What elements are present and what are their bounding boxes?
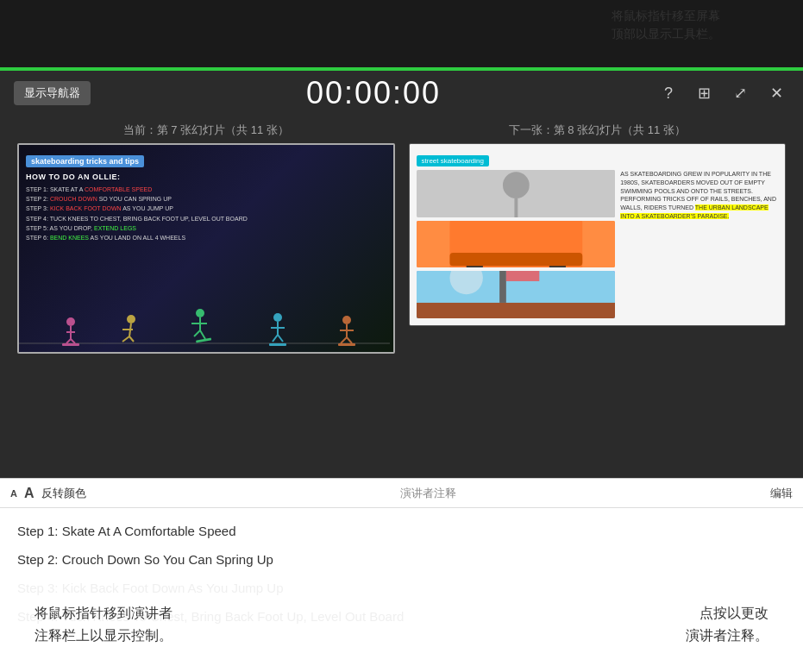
note-item-2: Step 2: Crouch Down So You Can Spring Up — [17, 545, 786, 574]
step-4: STEP 4: TUCK KNEES TO CHEST, BRING BACK … — [26, 214, 386, 223]
notes-toolbar: A A 反转颜色 演讲者注释 编辑 — [0, 479, 803, 508]
svg-rect-38 — [449, 253, 582, 266]
help-icon: ? — [664, 85, 673, 103]
current-slide-container[interactable]: skateboarding tricks and tips HOW TO DO … — [17, 143, 395, 354]
svg-rect-42 — [499, 271, 506, 303]
top-right-icons: ? ⊞ ⤢ ✕ — [656, 81, 789, 105]
progress-bar — [0, 67, 803, 71]
help-button[interactable]: ? — [656, 81, 681, 105]
current-slide-section: 当前：第 7 张幻灯片（共 11 张） skateboarding tricks… — [17, 122, 395, 354]
notes-center-label: 演讲者注释 — [400, 486, 456, 501]
step-3: STEP 3: KICK BACK FOOT DOWN AS YOU JUMP … — [26, 204, 386, 213]
svg-point-7 — [127, 315, 135, 323]
current-slide-title: HOW TO DO AN OLLIE: — [26, 173, 386, 181]
next-slide-content: AS SKATEBOARDING GREW IN POPULARITY IN T… — [417, 170, 779, 318]
current-slide-tag: skateboarding tricks and tips — [26, 155, 144, 167]
svg-rect-40 — [417, 303, 616, 318]
svg-rect-6 — [62, 343, 79, 346]
svg-rect-23 — [269, 343, 286, 346]
notes-toolbar-left: A A 反转颜色 — [10, 486, 86, 501]
current-slide-steps: STEP 1: SKATE AT A COMFORTABLE SPEED STE… — [26, 185, 386, 242]
notes-edit-btn[interactable]: 编辑 — [770, 486, 793, 501]
svg-line-4 — [66, 339, 71, 343]
step-5: STEP 5: AS YOU DROP, EXTEND LEGS — [26, 223, 386, 233]
svg-line-22 — [278, 335, 283, 342]
svg-point-1 — [66, 317, 75, 326]
current-slide: skateboarding tricks and tips HOW TO DO … — [19, 145, 393, 352]
svg-point-18 — [273, 313, 282, 322]
next-slide-tag: street skateboarding — [417, 155, 490, 166]
svg-line-21 — [273, 335, 278, 342]
close-icon: ✕ — [770, 84, 783, 103]
current-slide-inner: skateboarding tricks and tips HOW TO DO … — [19, 145, 393, 352]
next-slide-text: AS SKATEBOARDING GREW IN POPULARITY IN T… — [620, 170, 778, 318]
next-slide-photos — [417, 170, 616, 318]
next-slide: street skateboarding — [410, 144, 786, 325]
photo-2 — [417, 221, 616, 268]
svg-point-12 — [196, 309, 204, 317]
step-6: STEP 6: BEND KNEES AS YOU LAND ON ALL 4 … — [26, 233, 386, 242]
next-slide-container[interactable]: street skateboarding — [409, 143, 787, 326]
svg-point-31 — [502, 172, 529, 198]
skate-illustration — [19, 292, 390, 352]
bottom-left-tip: 将鼠标指针移到演讲者 注释栏上以显示控制。 — [35, 602, 173, 646]
grid-button[interactable]: ⊞ — [693, 81, 717, 105]
svg-line-15 — [194, 330, 200, 336]
note-item-1: Step 1: Skate At A Comfortable Speed — [17, 517, 786, 545]
svg-rect-29 — [338, 343, 355, 346]
font-large-btn[interactable]: A — [24, 486, 35, 501]
timer-display: 00:00:00 — [306, 75, 441, 111]
navigator-button[interactable]: 显示导航器 — [14, 81, 91, 105]
resize-icon: ⤢ — [734, 84, 747, 103]
next-slide-section: 下一张：第 8 张幻灯片（共 11 张） street skateboardin… — [409, 122, 787, 354]
svg-line-11 — [129, 336, 134, 342]
slides-area: 当前：第 7 张幻灯片（共 11 张） skateboarding tricks… — [0, 116, 803, 364]
next-slide-label: 下一张：第 8 张幻灯片（共 11 张） — [409, 122, 787, 138]
svg-rect-43 — [505, 271, 538, 281]
font-small-btn[interactable]: A — [10, 488, 17, 499]
current-slide-label: 当前：第 7 张幻灯片（共 11 张） — [17, 122, 395, 138]
step-2: STEP 2: CROUCH DOWN SO YOU CAN SPRING UP — [26, 194, 386, 204]
photo-1 — [417, 170, 616, 217]
presenter-window: 显示导航器 00:00:00 ? ⊞ ⤢ ✕ 当前：第 7 张幻灯片（共 11 … — [0, 71, 803, 672]
top-tooltip: 将鼠标指针移至屏幕 顶部以显示工具栏。 — [598, 0, 734, 50]
svg-line-10 — [122, 336, 129, 342]
svg-line-27 — [341, 337, 347, 343]
svg-rect-17 — [196, 337, 211, 342]
bottom-right-tip: 点按以更改 演讲者注释。 — [686, 602, 768, 646]
invert-color-btn[interactable]: 反转颜色 — [41, 486, 86, 501]
bottom-overlay: 将鼠标指针移到演讲者 注释栏上以显示控制。 点按以更改 演讲者注释。 — [0, 577, 803, 672]
step-1: STEP 1: SKATE AT A COMFORTABLE SPEED — [26, 185, 386, 194]
top-bar: 显示导航器 00:00:00 ? ⊞ ⤢ ✕ — [0, 71, 803, 116]
svg-line-28 — [347, 337, 352, 343]
svg-point-24 — [342, 316, 351, 324]
svg-line-5 — [71, 339, 75, 343]
photo-3 — [417, 271, 616, 318]
resize-button[interactable]: ⤢ — [729, 81, 753, 105]
grid-icon: ⊞ — [698, 84, 711, 103]
close-button[interactable]: ✕ — [765, 81, 789, 105]
svg-line-16 — [200, 330, 205, 339]
notes-area: A A 反转颜色 演讲者注释 编辑 Step 1: Skate At A Com… — [0, 478, 803, 672]
